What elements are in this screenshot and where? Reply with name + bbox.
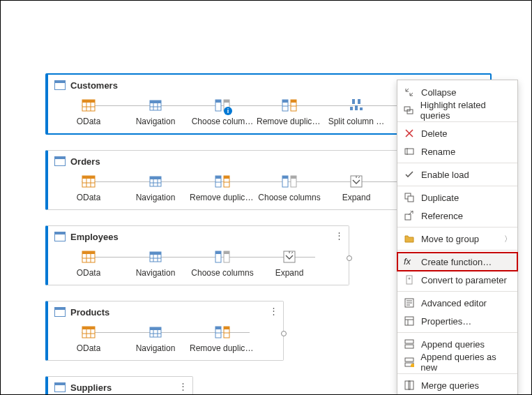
step[interactable]: Remove duplicat…	[189, 324, 256, 353]
menu-label: Append queries	[421, 339, 485, 350]
query-products[interactable]: Products⋮ODataNavigationRemove duplicat…	[45, 301, 284, 361]
query-title: Employees	[70, 232, 119, 242]
table-icon	[54, 306, 66, 318]
svg-rect-93	[405, 214, 411, 220]
menu-label: Delete	[421, 128, 448, 139]
step-label: OData	[77, 193, 101, 202]
step[interactable]: Expand	[323, 173, 390, 202]
more-icon[interactable]: ⋮	[177, 381, 188, 392]
step[interactable]: OData	[55, 173, 122, 202]
append-icon	[403, 338, 416, 350]
step[interactable]: Remove duplicat…	[189, 173, 256, 202]
menu-reference[interactable]: Reference	[397, 207, 517, 225]
svg-rect-104	[405, 340, 413, 343]
menu-enable-load[interactable]: Enable load	[397, 165, 517, 184]
svg-rect-62	[82, 327, 95, 329]
step-icon-dedupe	[214, 324, 231, 341]
end-node	[281, 331, 287, 336]
chevron-right-icon: 〉	[504, 234, 512, 244]
svg-rect-26	[82, 176, 95, 179]
step-icon-table	[147, 97, 164, 114]
menu-label: Move to group	[421, 234, 479, 244]
step[interactable]: OData	[55, 248, 122, 278]
step-icon-table	[147, 324, 164, 341]
step-label: Navigation	[136, 343, 176, 353]
step[interactable]: Navigation	[122, 97, 189, 126]
menu-create-function[interactable]: fxCreate function…	[397, 253, 517, 271]
step-icon-odata	[80, 97, 97, 114]
step-label: Navigation	[136, 268, 176, 278]
reference-icon	[403, 209, 416, 222]
svg-point-108	[411, 364, 414, 367]
step-label: Navigation	[136, 193, 176, 202]
svg-point-96	[409, 278, 411, 280]
svg-rect-105	[405, 345, 413, 348]
menu-append-queries[interactable]: Append queries	[397, 335, 517, 353]
step-label: OData	[77, 268, 101, 278]
step[interactable]: Remove duplicat…	[256, 97, 323, 126]
end-node	[347, 255, 352, 261]
menu-delete[interactable]: Delete	[397, 124, 517, 142]
check-icon	[403, 168, 416, 181]
svg-rect-110	[409, 381, 413, 389]
step-label: Choose columns	[258, 193, 320, 202]
step[interactable]: OData	[55, 324, 122, 353]
svg-text:fx: fx	[404, 257, 411, 267]
step[interactable]: Navigation	[122, 248, 189, 278]
step[interactable]: Split column …	[323, 97, 390, 126]
more-icon[interactable]: ⋮	[268, 306, 279, 316]
svg-rect-11	[215, 100, 221, 103]
svg-rect-20	[352, 99, 355, 104]
step[interactable]: Navigation	[122, 173, 189, 202]
context-menu: CollapseHighlight related queriesDeleteR…	[397, 80, 518, 395]
menu-label: Advanced editor	[421, 298, 487, 308]
query-suppliers[interactable]: Suppliers⋮2 steps	[45, 376, 193, 395]
table-icon	[54, 79, 66, 91]
svg-rect-24	[360, 107, 363, 110]
step-icon-choose	[214, 248, 231, 265]
step[interactable]: OData	[55, 97, 122, 126]
svg-rect-23	[355, 105, 358, 110]
svg-rect-101	[405, 317, 413, 325]
svg-rect-52	[150, 252, 161, 255]
menu-merge-queries[interactable]: Merge queries	[397, 376, 517, 394]
step-icon-odata	[80, 324, 97, 341]
menu-move-to-group[interactable]: Move to group〉	[397, 230, 517, 248]
step-label: OData	[77, 117, 101, 126]
svg-rect-31	[150, 177, 161, 179]
duplicate-icon	[403, 191, 416, 204]
more-icon[interactable]: ⋮	[333, 230, 344, 241]
menu-label: Convert to parameter	[421, 275, 507, 285]
menu-properties[interactable]: Properties…	[397, 312, 517, 330]
step[interactable]: Choose columns	[189, 248, 256, 278]
step[interactable]: iChoose colum…	[189, 97, 256, 126]
adv-icon	[403, 297, 416, 309]
menu-append-queries-as-new[interactable]: Append queries as new	[397, 353, 517, 371]
menu-collapse[interactable]: Collapse	[397, 83, 517, 101]
step-icon-table	[147, 248, 164, 265]
collapse-icon	[403, 86, 416, 98]
menu-label: Enable load	[421, 170, 469, 180]
step-icon-expand	[348, 173, 365, 190]
svg-rect-67	[150, 327, 161, 330]
menu-rename[interactable]: Rename	[397, 142, 517, 161]
query-employees[interactable]: Employees⋮ODataNavigationChoose columnsE…	[45, 225, 349, 285]
step-icon-choose	[281, 173, 298, 190]
step-label: Expand	[342, 193, 371, 202]
delete-icon	[403, 127, 416, 140]
menu-highlight-related-queries[interactable]: Highlight related queries	[397, 101, 517, 119]
menu-label: Highlight related queries	[420, 100, 512, 121]
step[interactable]: Choose columns	[256, 173, 323, 202]
step[interactable]: Navigation	[122, 324, 189, 353]
menu-label: Properties…	[421, 316, 471, 327]
menu-label: Rename	[421, 147, 455, 157]
svg-rect-1	[82, 100, 95, 103]
menu-advanced-editor[interactable]: Advanced editor	[397, 294, 517, 312]
step[interactable]: Expand	[256, 248, 323, 278]
prop-icon	[403, 315, 416, 327]
step-label: Navigation	[136, 117, 176, 126]
table-icon	[54, 381, 66, 394]
menu-label: Duplicate	[421, 193, 459, 203]
menu-duplicate[interactable]: Duplicate	[397, 188, 517, 207]
step-label: OData	[77, 343, 101, 353]
